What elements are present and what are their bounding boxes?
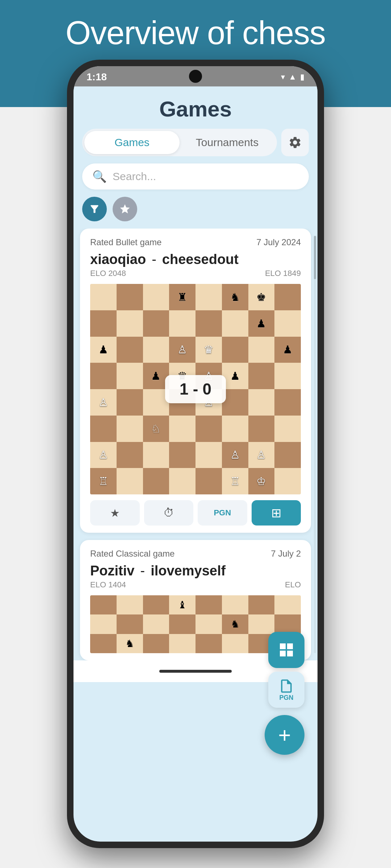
chess-cell-preview xyxy=(222,595,248,614)
chess-cell xyxy=(248,416,275,442)
chess-cell xyxy=(117,363,143,389)
game-card-2-header: Rated Classical game 7 July 2 xyxy=(90,549,301,559)
status-time: 1:18 xyxy=(87,71,107,83)
pgn-fab-content: PGN xyxy=(278,678,294,702)
chess-cell xyxy=(222,416,248,442)
star-icon xyxy=(119,203,131,215)
chess-cell xyxy=(143,468,169,494)
chess-cell-preview xyxy=(143,595,169,614)
search-icon: 🔍 xyxy=(92,170,107,183)
chess-cell-preview xyxy=(117,614,143,634)
chess-cell-preview xyxy=(90,595,117,614)
player2-elo: ELO 1849 xyxy=(265,269,301,278)
chess-cell: ♙ xyxy=(169,337,196,363)
chess-cell-preview xyxy=(248,614,275,634)
chess-cell-preview xyxy=(143,634,169,653)
chess-cell: ♙ xyxy=(248,442,275,468)
chess-cell xyxy=(222,337,248,363)
settings-button[interactable] xyxy=(281,129,309,156)
fab-grid-button[interactable] xyxy=(268,632,304,668)
chess-cell xyxy=(117,442,143,468)
chess-cell xyxy=(196,468,222,494)
battery-icon: ▮ xyxy=(300,72,304,82)
chess-cell-preview: ♞ xyxy=(117,634,143,653)
star-game-button[interactable]: ★ xyxy=(90,500,140,526)
elo-row-2: ELO 1404 ELO xyxy=(90,580,301,590)
chess-cell-preview xyxy=(274,614,301,634)
player1-name-2: Pozitiv xyxy=(90,563,134,579)
chess-board-1: ♜♞♚♟♟♙♛♟♟♛♙♟♙♙♘♙♙♙♖♖♔1 - 0 xyxy=(90,284,301,494)
chess-cell: ♙ xyxy=(222,442,248,468)
gear-icon xyxy=(288,136,302,149)
scrollbar-thumb xyxy=(314,236,316,279)
player2-name: cheesedout xyxy=(162,252,239,267)
chess-cell: ♚ xyxy=(248,284,275,310)
players-row-1: xiaoqiao - cheesedout xyxy=(90,252,301,267)
game-type-2: Rated Classical game xyxy=(90,549,175,559)
chess-cell-preview xyxy=(90,634,117,653)
fab-add-button[interactable]: + xyxy=(265,715,304,755)
app-content: Games Games Tournaments xyxy=(73,86,318,682)
tab-tournaments[interactable]: Tournaments xyxy=(180,131,275,154)
dash-1: - xyxy=(152,252,156,267)
chess-cell xyxy=(143,337,169,363)
chess-cell xyxy=(196,442,222,468)
chess-cell-preview: ♝ xyxy=(169,595,196,614)
chess-cell xyxy=(274,442,301,468)
scrollbar-track xyxy=(314,236,316,653)
chess-cell-preview: ♞ xyxy=(222,614,248,634)
tab-games[interactable]: Games xyxy=(84,131,180,154)
chess-cell xyxy=(248,337,275,363)
chess-cell xyxy=(196,310,222,337)
tabs-row: Games Tournaments xyxy=(73,129,318,163)
filter-button[interactable] xyxy=(82,197,107,221)
favorites-button[interactable] xyxy=(113,197,137,221)
chess-cell xyxy=(117,468,143,494)
analysis-button[interactable]: ⊞ xyxy=(252,500,301,526)
action-row-1: ★ ⏱ PGN ⊞ xyxy=(90,500,301,526)
filter-row xyxy=(73,197,318,229)
fab-pgn-button[interactable]: PGN xyxy=(268,672,304,708)
chess-cell xyxy=(143,442,169,468)
pgn-export-button[interactable]: PGN xyxy=(198,500,247,526)
chess-cell xyxy=(143,284,169,310)
players-row-2: Pozitiv - ilovemyself xyxy=(90,563,301,579)
game-date-2: 7 July 2 xyxy=(271,549,301,559)
chess-cell xyxy=(196,416,222,442)
document-icon xyxy=(278,678,294,694)
chess-cell-preview xyxy=(117,595,143,614)
star-action-icon: ★ xyxy=(110,507,120,519)
chess-cell: ♛ xyxy=(196,337,222,363)
phone-device: 1:18 ▾ ▲ ▮ Games Games Tournaments xyxy=(67,60,324,848)
chess-cell: ♜ xyxy=(169,284,196,310)
chess-cell-preview xyxy=(169,634,196,653)
chess-cell: ♟ xyxy=(90,337,117,363)
status-icons: ▾ ▲ ▮ xyxy=(281,72,304,82)
chess-cell xyxy=(274,416,301,442)
chess-cell: ♞ xyxy=(222,284,248,310)
clock-icon: ⏱ xyxy=(163,507,174,519)
player1-elo: ELO 2048 xyxy=(90,269,126,278)
tabs-container: Games Tournaments xyxy=(82,129,277,156)
chess-cell xyxy=(90,284,117,310)
chess-cell xyxy=(274,468,301,494)
chess-cell: ♟ xyxy=(248,310,275,337)
chess-cell xyxy=(222,310,248,337)
clock-button[interactable]: ⏱ xyxy=(144,500,194,526)
game-card-1: Rated Bullet game 7 July 2024 xiaoqiao -… xyxy=(80,229,311,533)
player1-name: xiaoqiao xyxy=(90,252,146,267)
search-bar[interactable]: 🔍 Search... xyxy=(82,163,309,190)
chess-cell-preview xyxy=(169,614,196,634)
chess-cell xyxy=(143,310,169,337)
chess-cell-preview xyxy=(196,614,222,634)
chess-cell xyxy=(274,310,301,337)
chess-cell: ♖ xyxy=(90,468,117,494)
add-icon: + xyxy=(278,723,291,748)
grid-icon xyxy=(278,641,295,659)
player2-elo-2: ELO xyxy=(285,580,301,590)
pgn-fab-label: PGN xyxy=(279,694,293,702)
chess-cell xyxy=(169,310,196,337)
chess-cell xyxy=(90,363,117,389)
chess-cell xyxy=(169,442,196,468)
chess-cell-preview xyxy=(196,634,222,653)
